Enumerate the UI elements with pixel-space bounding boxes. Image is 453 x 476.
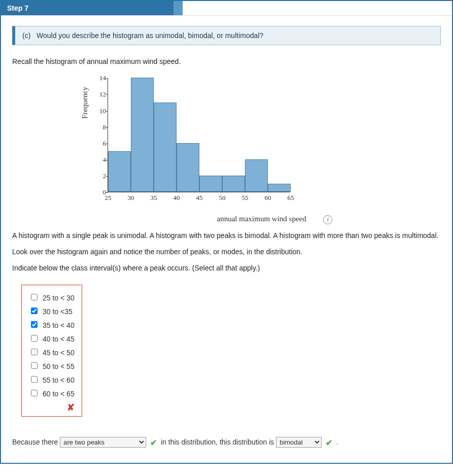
y-tick-label: 10: [94, 107, 106, 115]
interval-label: 30 to <35: [43, 308, 73, 316]
x-tick-label: 40: [166, 194, 187, 202]
histogram-bar: [199, 176, 222, 192]
checkbox-row: 50 to < 55: [29, 359, 75, 372]
peaks-dropdown[interactable]: are two peaks: [60, 437, 146, 448]
interval-checkbox[interactable]: [31, 308, 38, 314]
y-tick-label: 12: [94, 90, 106, 98]
check-icon: ✔: [150, 438, 157, 447]
checkbox-row: 45 to < 50: [29, 345, 75, 359]
y-axis-label: Frequency: [81, 87, 89, 119]
histogram-bar: [154, 103, 177, 192]
interval-label: 45 to < 50: [43, 349, 75, 357]
question-panel: Step 7 (c) Would you describe the histog…: [0, 0, 453, 464]
histogram-bar: [245, 159, 268, 192]
checkbox-row: 25 to < 30: [29, 290, 75, 304]
question-box: (c) Would you describe the histogram as …: [12, 26, 441, 45]
interval-checkbox[interactable]: [31, 376, 38, 383]
sentence-part1: Because there: [12, 438, 60, 446]
y-tick-label: 14: [94, 74, 106, 82]
histogram-chart: Frequency 02468101214253035404550556065 …: [83, 76, 441, 224]
interval-checkbox[interactable]: [31, 362, 38, 369]
checkbox-row: 35 to < 40: [29, 318, 75, 331]
x-tick-label: 55: [235, 194, 255, 202]
conclusion-sentence: Because there are two peaks ✔ in this di…: [12, 437, 441, 448]
interval-label: 55 to < 60: [43, 376, 75, 384]
modality-dropdown[interactable]: bimodal: [276, 437, 322, 448]
x-tick-label: 60: [258, 194, 278, 202]
sentence-part3: .: [336, 438, 338, 446]
explain-peaks: Look over the histogram again and notice…: [12, 247, 441, 257]
checkbox-row: 30 to <35: [29, 304, 75, 318]
x-tick-label: 30: [121, 194, 141, 202]
interval-label: 50 to < 55: [43, 362, 75, 370]
sentence-part2: in this distribution, this distribution …: [161, 438, 276, 446]
x-tick-label: 50: [212, 194, 232, 202]
explain-unimodal: A histogram with a single peak is unimod…: [12, 230, 441, 241]
step-header-row: Step 7: [1, 1, 452, 16]
interval-label: 60 to < 65: [43, 390, 75, 398]
histogram-bar: [222, 176, 245, 192]
interval-checkbox[interactable]: [31, 349, 38, 355]
incorrect-icon: ✘: [29, 400, 75, 413]
y-tick-label: 4: [94, 156, 106, 164]
histogram-bar: [177, 143, 199, 192]
interval-label: 35 to < 40: [43, 321, 75, 329]
histogram-bar: [268, 184, 291, 192]
y-tick-label: 2: [94, 172, 106, 180]
question-text: Would you describe the histogram as unim…: [37, 31, 263, 40]
select-prompt: Indicate below the class interval(s) whe…: [12, 263, 441, 273]
y-tick-label: 8: [94, 123, 106, 131]
interval-checkbox[interactable]: [31, 335, 38, 342]
x-tick-label: 65: [281, 194, 301, 202]
x-tick-label: 45: [189, 194, 210, 202]
info-icon[interactable]: i: [323, 215, 332, 224]
checkbox-row: 60 to < 65: [29, 386, 75, 400]
interval-label: 40 to < 45: [43, 335, 75, 343]
step-label: Step 7: [7, 4, 28, 12]
checkbox-row: 40 to < 45: [29, 331, 75, 345]
check-icon: ✔: [326, 438, 332, 447]
step-header: Step 7: [1, 1, 173, 15]
interval-checkbox[interactable]: [31, 321, 38, 328]
y-tick-label: 6: [94, 140, 106, 148]
intro-text: Recall the histogram of annual maximum w…: [12, 56, 441, 66]
content: (c) Would you describe the histogram as …: [1, 16, 452, 463]
checkbox-group: 25 to < 3030 to <3535 to < 4040 to < 454…: [21, 285, 82, 417]
interval-checkbox[interactable]: [31, 390, 38, 396]
interval-label: 25 to < 30: [43, 294, 75, 302]
x-tick-label: 25: [98, 194, 118, 202]
x-axis-label: annual maximum wind speed i: [109, 215, 441, 224]
histogram-bar: [131, 78, 154, 192]
x-tick-label: 35: [144, 194, 164, 202]
checkbox-row: 55 to < 60: [29, 372, 75, 386]
histogram-bar: [108, 151, 131, 192]
question-part: (c): [22, 31, 30, 40]
interval-checkbox[interactable]: [31, 294, 38, 300]
